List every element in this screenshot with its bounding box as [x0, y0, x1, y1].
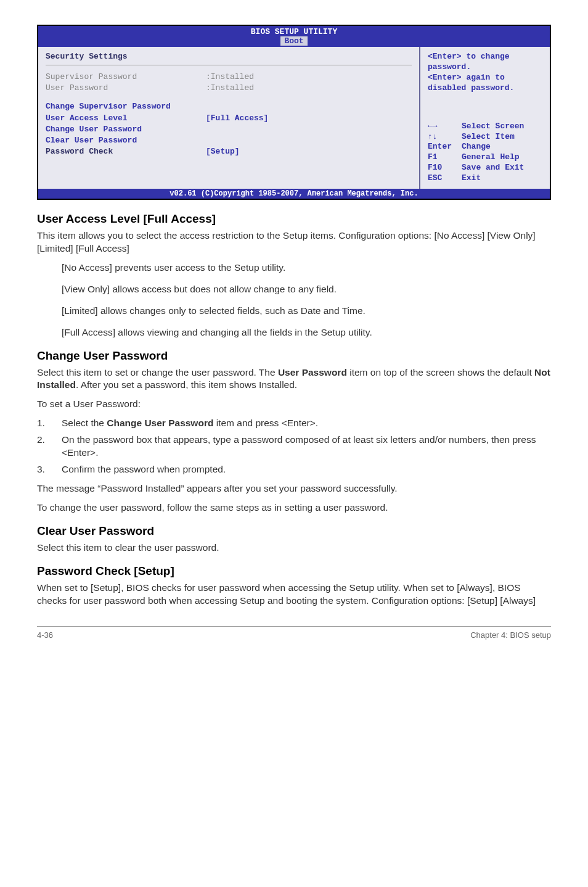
page-footer: 4-36 Chapter 4: BIOS setup — [37, 626, 551, 640]
bios-nav-row: ESCExit — [428, 173, 542, 184]
option-limited: [Limited] allows changes only to selecte… — [62, 305, 551, 318]
bios-label: Clear User Password — [46, 135, 206, 146]
bios-value: :Installed — [206, 83, 254, 94]
bios-screenshot: BIOS SETUP UTILITY Boot Security Setting… — [37, 25, 551, 200]
bios-value: :Installed — [206, 72, 254, 83]
bios-section-title: Security Settings — [46, 52, 412, 65]
bios-row-user: User Password :Installed — [46, 83, 412, 94]
bios-value: [Full Access] — [206, 113, 268, 124]
text-bold: Change User Password — [107, 418, 213, 428]
bios-nav-row: ↑↓Select Item — [428, 132, 542, 142]
steps-list: 1. Select the Change User Password item … — [37, 417, 551, 476]
text-span: Select this item to set or change the us… — [37, 367, 278, 377]
bios-nav-row: ←→Select Screen — [428, 122, 542, 132]
bios-row-change-supervisor: Change Supervisor Password — [46, 101, 412, 112]
bios-copyright: v02.61 (C)Copyright 1985-2007, American … — [38, 189, 550, 199]
bios-nav-row: F1General Help — [428, 152, 542, 163]
bios-nav-key: ←→ — [428, 122, 462, 132]
option-view-only: [View Only] allows access but does not a… — [62, 283, 551, 296]
step-text: Select the Change User Password item and… — [62, 417, 551, 430]
bios-row-password-check: Password Check [Setup] — [46, 146, 412, 157]
heading-clear-user-password: Clear User Password — [37, 524, 551, 538]
bios-label: Supervisor Password — [46, 72, 206, 83]
bios-nav-help: ←→Select Screen ↑↓Select Item EnterChang… — [428, 122, 542, 184]
text-bold: User Password — [278, 367, 347, 377]
option-full-access: [Full Access] allows viewing and changin… — [62, 326, 551, 339]
bios-tab-boot: Boot — [280, 36, 307, 46]
bios-label: Change User Password — [46, 124, 206, 135]
bios-hint-line: <Enter> again to — [428, 73, 542, 83]
bios-nav-row: F10Save and Exit — [428, 163, 542, 173]
step-number: 3. — [37, 463, 62, 476]
bios-row-supervisor: Supervisor Password :Installed — [46, 72, 412, 83]
text-span: . After you set a password, this item sh… — [76, 379, 297, 390]
paragraph: To change the user password, follow the … — [37, 501, 551, 514]
step-item: 2. On the password box that appears, typ… — [37, 434, 551, 460]
step-text: On the password box that appears, type a… — [62, 434, 551, 460]
bios-right-panel: <Enter> to change password. <Enter> agai… — [420, 47, 550, 189]
bios-nav-key: ↑↓ — [428, 132, 462, 142]
bios-row-user-access-level: User Access Level [Full Access] — [46, 113, 412, 124]
bios-nav-key: Enter — [428, 142, 462, 152]
bios-hint-line: <Enter> to change — [428, 52, 542, 62]
step-item: 3. Confirm the password when prompted. — [37, 463, 551, 476]
bios-title: BIOS SETUP UTILITY — [38, 27, 550, 36]
option-no-access: [No Access] prevents user access to the … — [62, 262, 551, 274]
bios-nav-key: F10 — [428, 163, 462, 173]
bios-row-clear-user: Clear User Password — [46, 135, 412, 146]
bios-nav-label: Select Item — [462, 132, 515, 142]
bios-nav-key: F1 — [428, 152, 462, 163]
bios-nav-label: General Help — [462, 152, 520, 163]
step-item: 1. Select the Change User Password item … — [37, 417, 551, 430]
bios-hint-line: disabled password. — [428, 83, 542, 94]
bios-row-change-user: Change User Password — [46, 124, 412, 135]
bios-nav-key: ESC — [428, 173, 462, 184]
bios-nav-label: Change — [462, 142, 491, 152]
bios-label: Change Supervisor Password — [46, 101, 206, 112]
text-span: item on top of the screen shows the defa… — [347, 367, 534, 377]
bios-label: User Access Level — [46, 113, 206, 124]
bios-label: Password Check — [46, 146, 206, 157]
heading-user-access-level: User Access Level [Full Access] — [37, 212, 551, 226]
paragraph: When set to [Setup], BIOS checks for use… — [37, 582, 551, 608]
bios-help-text: <Enter> to change password. <Enter> agai… — [428, 52, 542, 94]
bios-nav-label: Exit — [462, 173, 481, 184]
step-number: 1. — [37, 417, 62, 430]
bios-title-bar: BIOS SETUP UTILITY Boot — [38, 26, 550, 47]
paragraph: Select this item to clear the user passw… — [37, 542, 551, 555]
bios-nav-label: Select Screen — [462, 122, 524, 132]
paragraph: The message “Password Installed” appears… — [37, 482, 551, 495]
bios-nav-label: Save and Exit — [462, 163, 524, 173]
bios-value: [Setup] — [206, 146, 240, 157]
paragraph: Select this item to set or change the us… — [37, 366, 551, 392]
bios-hint-line: password. — [428, 62, 542, 73]
page-number: 4-36 — [37, 630, 53, 640]
paragraph: This item allows you to select the acces… — [37, 229, 551, 255]
chapter-label: Chapter 4: BIOS setup — [470, 630, 551, 640]
step-number: 2. — [37, 434, 62, 460]
paragraph: To set a User Password: — [37, 398, 551, 411]
step-text: Confirm the password when prompted. — [62, 463, 551, 476]
bios-left-panel: Security Settings Supervisor Password :I… — [38, 47, 420, 189]
bios-nav-row: EnterChange — [428, 142, 542, 152]
bios-label: User Password — [46, 83, 206, 94]
text-span: item and press <Enter>. — [213, 418, 318, 428]
text-span: Select the — [62, 418, 107, 428]
heading-password-check: Password Check [Setup] — [37, 564, 551, 578]
heading-change-user-password: Change User Password — [37, 349, 551, 363]
